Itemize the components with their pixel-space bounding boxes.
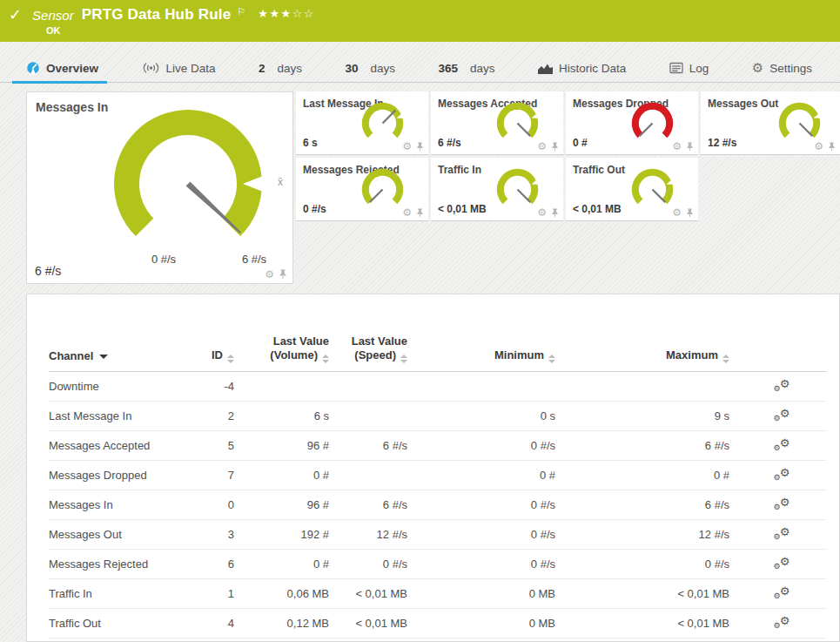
last-value-volume: 96 #: [234, 439, 329, 452]
column-label: Maximum: [666, 348, 718, 362]
minimum-value: 0 s: [407, 409, 555, 422]
maximum-value: 12 #/s: [555, 528, 729, 541]
minimum-value: 0 #/s: [407, 528, 555, 541]
tab-label: Overview: [46, 62, 98, 75]
tab-2-days[interactable]: 2days: [259, 54, 302, 83]
gear-icon[interactable]: ⚙: [537, 141, 547, 152]
tab-log[interactable]: Log: [669, 54, 709, 83]
tab-365-days[interactable]: 365days: [439, 54, 495, 83]
channel-settings-icon[interactable]: ⚙⚙: [774, 526, 790, 541]
table-row-messages-in: Messages In 0 96 # 6 #/s 0 #/s 6 #/s ⚙⚙: [49, 490, 826, 520]
tab-live-data[interactable]: Live Data: [142, 54, 216, 83]
gauge-title: Traffic Out: [573, 164, 625, 176]
sensor-title: PRTG Data Hub Rule: [82, 6, 232, 24]
column-header-minimum[interactable]: Minimum: [407, 348, 555, 363]
tab-historic-data[interactable]: Historic Data: [538, 54, 626, 83]
channel-settings-icon[interactable]: ⚙⚙: [774, 615, 790, 630]
column-header-maximum[interactable]: Maximum: [555, 348, 729, 363]
column-label: Last Value: [329, 335, 407, 348]
gear-icon[interactable]: ⚙: [814, 141, 823, 152]
mini-gauge[interactable]: [493, 98, 542, 147]
channel-name: Downtime: [49, 380, 199, 393]
channel-table-panel: Channel ID Last Value(Volume) Last Value…: [26, 294, 840, 642]
tab-label: days: [470, 62, 495, 75]
channel-settings-icon[interactable]: ⚙⚙: [774, 497, 790, 511]
maximum-value: 6 #/s: [555, 498, 729, 511]
column-header-id[interactable]: ID: [199, 348, 234, 363]
mini-gauge[interactable]: [358, 98, 407, 147]
gauge-needle: [640, 123, 653, 136]
gauge-current-value: 0 #/s: [303, 203, 326, 215]
channel-settings-icon[interactable]: ⚙⚙: [774, 378, 790, 393]
pin-icon[interactable]: [828, 141, 836, 152]
tab-label: Settings: [769, 62, 812, 75]
pin-icon[interactable]: [416, 207, 424, 218]
table-row-messages-accepted: Messages Accepted 5 96 # 6 #/s 0 #/s 6 #…: [49, 431, 826, 461]
channel-settings-icon[interactable]: ⚙⚙: [774, 437, 790, 452]
primary-gauge[interactable]: [101, 97, 275, 271]
gear-icon[interactable]: ⚙: [402, 141, 412, 152]
last-value-speed: 12 #/s: [329, 528, 407, 541]
primary-channel-gauge-panel: Messages In x̄ 0 #/s 6 #/s 6 #/s ⚙: [26, 91, 293, 284]
maximum-value: < 0,01 MB: [555, 587, 729, 600]
gauge-cell-messages-out: Messages Out 12 #/s ⚙: [701, 91, 840, 155]
sort-icon: [722, 355, 729, 363]
sensor-header: ✓ Sensor PRTG Data Hub Rule ⚐ ★★★☆☆ OK: [0, 0, 840, 42]
last-value-volume: 96 #: [234, 498, 329, 511]
pin-icon[interactable]: [686, 141, 694, 152]
table-row-messages-out: Messages Out 3 192 # 12 #/s 0 #/s 12 #/s…: [49, 520, 826, 550]
gear-icon[interactable]: ⚙: [402, 207, 412, 218]
pin-icon[interactable]: [686, 207, 694, 218]
gauge-cell-messages-dropped: Messages Dropped 0 # ⚙: [566, 91, 698, 155]
mini-gauge[interactable]: [628, 98, 677, 147]
channel-settings-icon[interactable]: ⚙⚙: [774, 467, 790, 482]
broadcast-icon: [142, 61, 160, 75]
gauge-title: Messages Out: [708, 98, 778, 110]
gear-icon[interactable]: ⚙: [672, 141, 682, 152]
mini-gauge[interactable]: [493, 164, 542, 213]
channel-id: 5: [199, 439, 234, 452]
channel-name: Messages Out: [49, 528, 199, 541]
column-label: (Speed): [354, 348, 396, 362]
column-label: Channel: [49, 349, 93, 362]
gauge-cell-messages-rejected: Messages Rejected 0 #/s ⚙: [296, 158, 428, 221]
average-marker-label: x̄: [278, 176, 283, 188]
gear-icon[interactable]: ⚙: [537, 207, 547, 218]
channel-id: -4: [199, 380, 234, 393]
column-header-last-value-speed[interactable]: Last Value(Speed): [329, 335, 407, 363]
channel-settings-icon[interactable]: ⚙⚙: [774, 408, 790, 422]
sort-icon: [227, 355, 234, 363]
channel-id: 4: [199, 617, 234, 630]
channel-name: Messages Dropped: [49, 469, 199, 482]
channel-name: Messages In: [49, 498, 199, 511]
tab-overview[interactable]: Overview: [26, 54, 98, 83]
pin-icon[interactable]: [551, 141, 559, 152]
column-header-last-value-volume[interactable]: Last Value(Volume): [234, 335, 329, 363]
tab-settings[interactable]: ⚙ Settings: [752, 54, 812, 83]
column-label: (Volume): [270, 348, 318, 362]
sort-icon: [322, 355, 329, 363]
table-row-traffic-in: Traffic In 1 0,06 MB < 0,01 MB 0 MB < 0,…: [49, 579, 826, 609]
sort-icon: [548, 355, 555, 363]
mini-gauge[interactable]: [628, 164, 677, 213]
mini-gauge[interactable]: [358, 164, 407, 213]
log-list-icon: [669, 62, 683, 74]
pin-icon[interactable]: [416, 141, 424, 152]
column-header-channel[interactable]: Channel: [49, 349, 199, 363]
column-label: Last Value: [234, 335, 329, 348]
channel-settings-icon[interactable]: ⚙⚙: [774, 556, 790, 571]
gear-icon[interactable]: ⚙: [265, 269, 274, 280]
gauge-cell-traffic-out: Traffic Out < 0,01 MB ⚙: [566, 158, 698, 221]
column-label: Minimum: [494, 348, 544, 362]
tab-30-days[interactable]: 30days: [346, 54, 396, 83]
channel-settings-icon[interactable]: ⚙⚙: [774, 585, 790, 600]
stars-empty: ☆☆: [292, 7, 315, 20]
priority-flag-icon[interactable]: ⚐: [237, 6, 245, 17]
gauge-scale-max: 6 #/s: [228, 253, 280, 266]
tab-number: 2: [259, 62, 265, 75]
pin-icon[interactable]: [279, 268, 287, 280]
pin-icon[interactable]: [551, 207, 559, 218]
gear-icon[interactable]: ⚙: [672, 207, 682, 218]
status-ok-check-icon: ✓: [9, 7, 22, 23]
priority-stars[interactable]: ★★★☆☆: [258, 7, 315, 20]
